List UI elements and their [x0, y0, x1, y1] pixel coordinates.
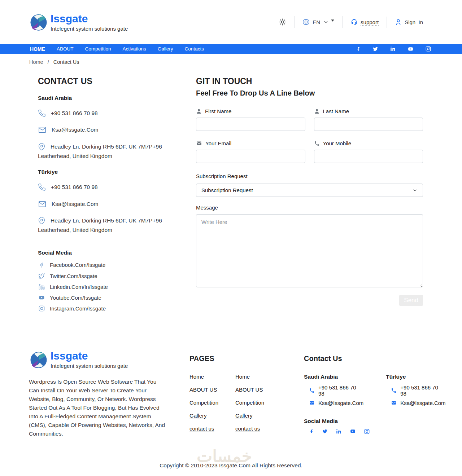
footer-contact-title: Contact Us: [304, 354, 446, 363]
brand-logo[interactable]: Issgate Intelegent system solutions gate: [29, 12, 128, 32]
footer-pages-col: PAGES Home ABOUT US Competition Gallery …: [189, 349, 304, 438]
footer-email-row[interactable]: Ksa@Issgate.Com: [309, 400, 363, 406]
nav-item-contacts[interactable]: Contacts: [179, 46, 210, 52]
nav-social: [356, 46, 431, 52]
youtube-icon[interactable]: [407, 47, 414, 52]
breadcrumb-home-link[interactable]: Home: [29, 59, 43, 65]
message-label: Message: [196, 204, 423, 211]
footer-email-row[interactable]: Ksa@Issgate.Com: [391, 400, 445, 406]
instagram-icon[interactable]: [426, 46, 431, 52]
social-link-facebook[interactable]: Facebook.Com/Issgate: [38, 262, 174, 268]
phone-icon: [38, 109, 46, 117]
first-name-input[interactable]: [196, 118, 305, 131]
pages-links-col2: Home ABOUT US Competition Gallery contac…: [235, 374, 304, 438]
footer-link-gallery[interactable]: Gallery: [189, 413, 235, 419]
footer-link-gallery[interactable]: Gallery: [235, 413, 304, 419]
footer-link-about[interactable]: ABOUT US: [235, 387, 304, 393]
phone-icon: [314, 141, 320, 146]
nav-item-home[interactable]: HOME: [29, 46, 51, 52]
globe-icon: [302, 18, 310, 26]
first-name-label: First Name: [196, 108, 305, 114]
footer-link-competition[interactable]: Competition: [235, 400, 304, 406]
footer-location-name: Saudi Arabia: [304, 374, 363, 380]
mail-icon: [38, 126, 47, 134]
footer-link-contact[interactable]: contact us: [189, 426, 235, 432]
youtube-icon[interactable]: [350, 429, 356, 434]
mobile-input[interactable]: [314, 150, 423, 163]
nav-item-gallery[interactable]: Gallery: [152, 46, 179, 52]
nav-item-about[interactable]: ABOUT: [51, 46, 79, 52]
phone-row: +90 531 866 70 98: [38, 182, 174, 192]
support-link[interactable]: support: [342, 16, 387, 28]
mail-icon: [391, 400, 397, 405]
email-row: Ksa@Issgate.Com: [38, 199, 174, 209]
mobile-label: Your Mobile: [314, 140, 423, 146]
social-link-instagram[interactable]: Instagram.Com/Issgate: [38, 305, 174, 312]
nav-item-competition[interactable]: Competition: [79, 46, 117, 52]
footer-location-saudi: Saudi Arabia +90 531 866 70 98 Ksa@Issga…: [304, 374, 363, 409]
send-button[interactable]: Send: [399, 295, 423, 306]
last-name-input[interactable]: [314, 118, 423, 131]
email-address[interactable]: Ksa@Issgate.Com: [52, 127, 98, 133]
brand-name: Issgate: [51, 13, 128, 25]
facebook-icon[interactable]: [309, 429, 314, 434]
message-textarea[interactable]: [196, 214, 423, 287]
language-selector[interactable]: EN: [294, 16, 342, 28]
brand-name: Issgate: [51, 350, 128, 362]
user-icon: [196, 109, 202, 114]
footer-brand-logo[interactable]: Issgate Intelegent system solutions gate: [29, 349, 189, 370]
breadcrumb-current: Contact Us: [53, 59, 79, 65]
facebook-icon[interactable]: [356, 47, 361, 52]
footer-phone-row[interactable]: +90 531 866 70 98: [309, 384, 363, 397]
user-icon: [314, 109, 320, 114]
social-link-youtube[interactable]: Youtube.Com/Issgate: [38, 295, 174, 301]
first-name-group: First Name: [196, 108, 305, 140]
footer-brand-col: Issgate Intelegent system solutions gate…: [29, 349, 189, 438]
last-name-group: Last Name: [314, 108, 423, 140]
subscription-label: Subscription Request: [196, 173, 423, 179]
email-address[interactable]: Ksa@Issgate.Com: [52, 201, 98, 207]
footer-link-competition[interactable]: Competition: [189, 400, 235, 406]
user-icon: [395, 19, 402, 26]
phone-row: +90 531 866 70 98: [38, 109, 174, 118]
footer-contact-col: Contact Us Saudi Arabia +90 531 866 70 9…: [304, 349, 446, 438]
sun-icon: [279, 18, 286, 26]
theme-toggle-button[interactable]: [279, 16, 294, 28]
phone-icon: [391, 388, 397, 393]
form-subtitle: Feel Free To Drop Us A Line Below: [196, 89, 423, 97]
footer-locations: Saudi Arabia +90 531 866 70 98 Ksa@Issga…: [304, 374, 446, 409]
last-name-label: Last Name: [314, 108, 423, 114]
issgate-logo-icon: [29, 349, 48, 370]
pages-links: Home ABOUT US Competition Gallery contac…: [189, 374, 304, 438]
address-text: Headley Ln, Dorking RH5 6DF, UK 7M7P+96 …: [38, 217, 162, 233]
signin-label: Sign_In: [405, 19, 423, 25]
form-title: GIT IN TOUCH: [196, 76, 423, 86]
phone-number[interactable]: +90 531 866 70 98: [51, 184, 98, 190]
address-text: Headley Ln, Dorking RH5 6DF, UK 7M7P+96 …: [38, 144, 162, 159]
footer-link-about[interactable]: ABOUT US: [189, 387, 235, 393]
twitter-icon[interactable]: [372, 47, 378, 52]
twitter-icon[interactable]: [322, 429, 328, 434]
location-name: Türkiye: [38, 169, 174, 175]
address-row: Headley Ln, Dorking RH5 6DF, UK 7M7P+96 …: [38, 216, 174, 235]
linkedin-icon[interactable]: [336, 429, 341, 434]
social-link-linkedin[interactable]: Linkedin.Com/In/Issgate: [38, 284, 174, 290]
mail-icon: [196, 141, 202, 146]
phone-icon: [38, 183, 46, 191]
phone-number[interactable]: +90 531 866 70 98: [51, 110, 98, 116]
mobile-group: Your Mobile: [314, 140, 423, 172]
nav-item-activations[interactable]: Activations: [117, 46, 152, 52]
footer-link-home[interactable]: Home: [235, 374, 304, 380]
brand-tagline: Intelegent system solutions gate: [51, 26, 128, 32]
footer-phone-row[interactable]: +90 531 866 70 98: [391, 384, 445, 397]
linkedin-icon[interactable]: [390, 46, 396, 52]
footer-location-turkiye: Türkiye +90 531 866 70 98 Ksa@Issgate.Co…: [386, 374, 445, 409]
instagram-icon[interactable]: [364, 429, 370, 434]
subscription-select[interactable]: Subscription Request: [196, 184, 423, 197]
footer-link-home[interactable]: Home: [189, 374, 235, 380]
email-input[interactable]: [196, 150, 305, 163]
social-link-twitter[interactable]: Twitter.Com/Issgate: [38, 273, 174, 279]
signin-link[interactable]: Sign_In: [387, 17, 431, 28]
footer-description: Wordpress Is Open Source Web Software Th…: [29, 378, 168, 438]
footer-link-contact[interactable]: contact us: [235, 426, 304, 432]
